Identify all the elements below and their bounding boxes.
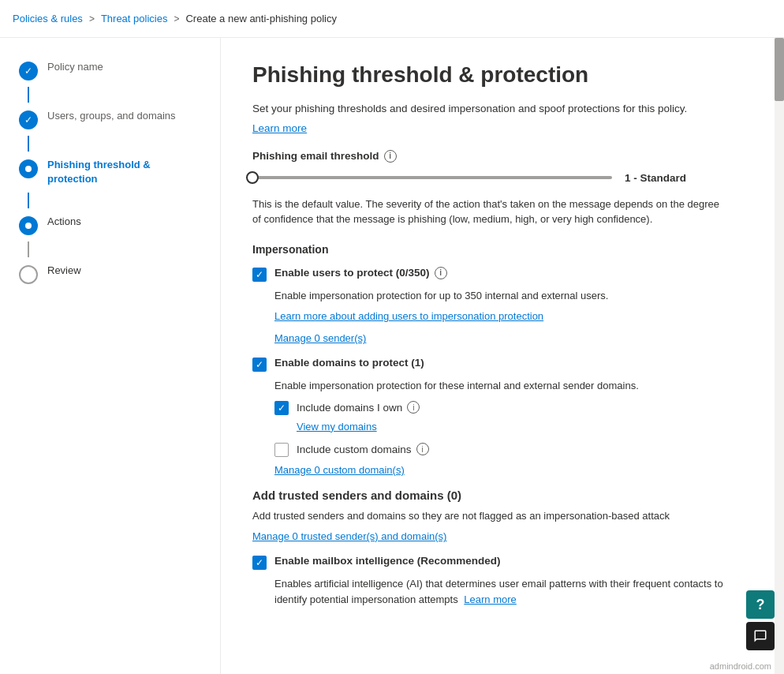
breadcrumb-current: Create a new anti-phishing policy [185,13,337,24]
include-own-label: Include domains I own i [297,401,420,414]
main-content: Phishing threshold & protection Set your… [221,38,784,674]
breadcrumb-threat-policies[interactable]: Threat policies [101,13,168,24]
enable-users-sub: Enable impersonation protection for up t… [274,288,752,304]
enable-domains-label: Enable domains to protect (1) [274,357,424,369]
learn-more-link-top[interactable]: Learn more [252,122,307,134]
mailbox-intel-row: ✓ Enable mailbox intelligence (Recommend… [252,555,752,570]
step-indicator-review [19,265,38,284]
dot-icon [25,166,32,172]
page-description: Set your phishing thresholds and desired… [252,101,741,117]
check-icon: ✓ [24,66,32,77]
sidebar-label-review: Review [47,264,81,278]
manage-senders-link[interactable]: Manage 0 sender(s) [274,332,366,344]
scrollbar-thumb[interactable] [775,38,784,101]
enable-domains-checkbox[interactable]: ✓ [252,358,267,372]
step-indicator-users-groups: ✓ [19,110,38,129]
step-connector-3 [28,193,29,208]
sidebar-item-users-groups[interactable]: ✓ Users, groups, and domains [0,103,220,136]
help-button[interactable]: ? [746,590,775,619]
dot-icon-actions [25,223,32,229]
trusted-senders-title: Add trusted senders and domains (0) [252,489,752,502]
breadcrumb-sep-1: > [89,13,95,24]
sidebar-label-users-groups: Users, groups, and domains [47,109,176,123]
page-title: Phishing threshold & protection [252,62,752,88]
impersonation-header: Impersonation [252,243,752,256]
sidebar-item-actions[interactable]: Actions [0,208,220,242]
slider-value-label: 1 - Standard [625,172,686,184]
mailbox-intelligence-section: ✓ Enable mailbox intelligence (Recommend… [252,555,752,607]
enable-domains-sub: Enable impersonation protection for thes… [274,378,752,394]
slider-default-description: This is the default value. The severity … [252,197,726,227]
step-indicator-actions [19,216,38,235]
threshold-info-icon[interactable]: i [384,150,397,163]
bottom-bar: admindroid.com [0,658,784,674]
mailbox-intel-desc: Enables artificial intelligence (AI) tha… [274,576,752,607]
slider-thumb[interactable] [246,171,259,184]
enable-domains-section: ✓ Enable domains to protect (1) Enable i… [252,357,752,476]
step-indicator-phishing [19,159,38,178]
sidebar-label-policy-name: Policy name [47,60,103,74]
admindroid-watermark: admindroid.com [710,661,771,671]
enable-users-info-icon[interactable]: i [435,267,447,279]
step-connector-1 [28,87,29,103]
enable-users-row: ✓ Enable users to protect (0/350) i [252,267,752,282]
check-icon-2: ✓ [24,114,32,125]
sidebar-item-policy-name[interactable]: ✓ Policy name [0,54,220,87]
sidebar-item-review[interactable]: Review [0,257,220,290]
enable-users-label: Enable users to protect (0/350) i [274,267,447,279]
mailbox-intel-checkbox[interactable]: ✓ [252,556,267,570]
custom-domains-info-icon[interactable]: i [416,443,429,455]
enable-domains-row: ✓ Enable domains to protect (1) [252,357,752,372]
threshold-slider-container: 1 - Standard [252,172,686,184]
include-own-domains-checkbox[interactable]: ✓ [274,401,289,415]
breadcrumb-sep-2: > [174,13,179,24]
check-mark: ✓ [256,269,263,280]
include-custom-label: Include custom domains i [297,443,429,455]
include-own-domains-row: ✓ Include domains I own i [274,400,752,415]
trusted-senders-desc: Add trusted senders and domains so they … [252,508,752,524]
sidebar-label-phishing: Phishing threshold & protection [47,158,201,186]
trusted-senders-section: Add trusted senders and domains (0) Add … [252,489,752,543]
manage-trusted-link[interactable]: Manage 0 trusted sender(s) and domain(s) [252,530,446,542]
manage-custom-domains-link[interactable]: Manage 0 custom domain(s) [274,464,405,476]
step-connector-4 [28,242,29,257]
check-mailbox: ✓ [256,557,263,568]
mailbox-intel-label: Enable mailbox intelligence (Recommended… [274,555,501,567]
include-custom-domains-checkbox[interactable] [274,443,289,457]
threshold-slider[interactable] [252,176,612,179]
own-domains-info-icon[interactable]: i [407,401,420,414]
step-connector-2 [28,136,29,152]
learn-more-users-link[interactable]: Learn more about adding users to imperso… [274,310,543,322]
domain-sub-options: ✓ Include domains I own i View my domain… [274,400,752,457]
scrollbar-track [775,38,784,674]
step-indicator-policy-name: ✓ [19,62,38,81]
enable-users-section: ✓ Enable users to protect (0/350) i Enab… [252,267,752,345]
check-mark-domains: ✓ [256,359,263,370]
include-custom-domains-row: Include custom domains i [274,442,752,457]
sidebar-item-phishing-threshold[interactable]: Phishing threshold & protection [0,152,220,193]
phishing-threshold-label: Phishing email threshold i [252,150,752,163]
chat-button[interactable] [746,622,775,650]
check-own: ✓ [278,403,286,414]
view-my-domains-link[interactable]: View my domains [297,421,377,432]
enable-users-checkbox[interactable]: ✓ [252,268,267,282]
breadcrumb-policies-rules[interactable]: Policies & rules [13,13,83,24]
wizard-sidebar: ✓ Policy name ✓ Users, groups, and domai… [0,38,221,674]
mailbox-intel-learn-more[interactable]: Learn more [464,593,516,605]
sidebar-label-actions: Actions [47,215,81,229]
breadcrumb-bar: Policies & rules > Threat policies > Cre… [0,0,784,38]
